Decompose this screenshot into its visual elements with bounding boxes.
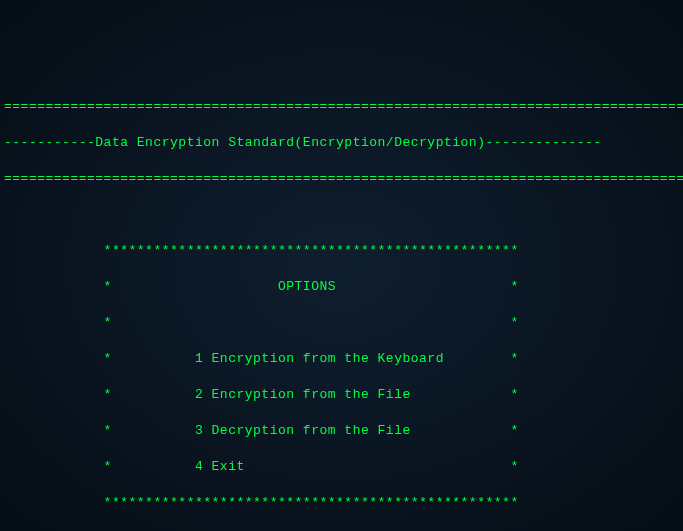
options-bottom: ****************************************… xyxy=(4,494,679,512)
options-title: * OPTIONS * xyxy=(4,278,679,296)
option-4: * 4 Exit * xyxy=(4,458,679,476)
option-3: * 3 Decryption from the File * xyxy=(4,422,679,440)
border-bottom: ========================================… xyxy=(4,170,679,188)
options-top: ****************************************… xyxy=(4,242,679,260)
border-top: ========================================… xyxy=(4,98,679,116)
option-1: * 1 Encryption from the Keyboard * xyxy=(4,350,679,368)
option-2: * 2 Encryption from the File * xyxy=(4,386,679,404)
header-line: -----------Data Encryption Standard(Encr… xyxy=(4,134,679,152)
terminal-output: ========================================… xyxy=(4,80,679,531)
options-spacer: * * xyxy=(4,314,679,332)
